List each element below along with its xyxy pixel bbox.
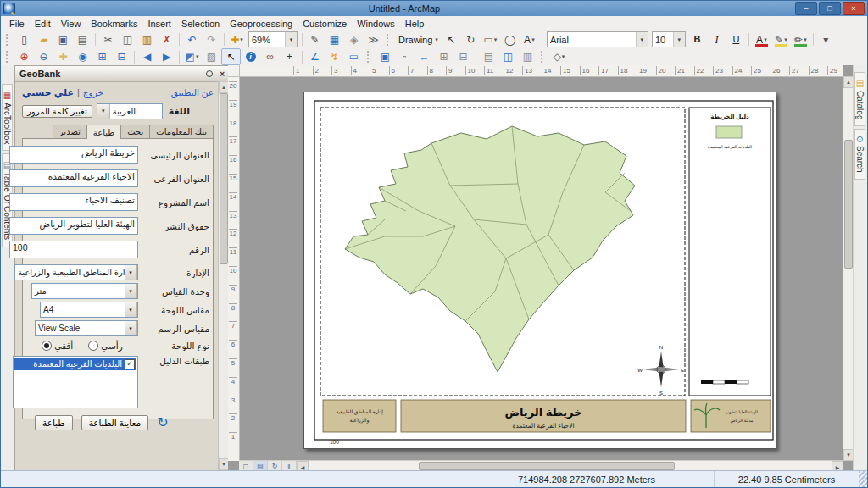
find-icon[interactable]: ∞: [260, 48, 280, 65]
layout-fixed-zoom-in-icon[interactable]: ⊞: [434, 48, 453, 65]
full-extent-icon[interactable]: ◉: [73, 48, 92, 65]
chevron-down-icon[interactable]: ▾: [673, 32, 685, 47]
board-size-combo[interactable]: ▾A4: [40, 302, 138, 318]
menu-item-help[interactable]: Help: [400, 18, 430, 30]
goto-xy-icon[interactable]: +: [280, 48, 299, 65]
underline-button[interactable]: U: [726, 31, 746, 48]
chevron-down-icon[interactable]: ▾: [562, 53, 565, 60]
chevron-down-icon[interactable]: ▾: [125, 321, 137, 336]
tab-print[interactable]: طباعة: [86, 125, 121, 139]
print-preview-button[interactable]: معاينة الطباعة: [81, 415, 149, 430]
print-button[interactable]: طباعة: [35, 415, 73, 430]
chevron-down-icon[interactable]: ▾: [97, 104, 110, 119]
redo-icon[interactable]: ↷: [202, 31, 221, 48]
about-link[interactable]: عن التطبيق: [171, 87, 214, 97]
chevron-down-icon[interactable]: ▾: [494, 36, 498, 43]
undo-icon[interactable]: ↶: [182, 31, 202, 48]
chevron-down-icon[interactable]: ▾: [125, 284, 137, 298]
font-family-combo[interactable]: Arial▾: [547, 31, 648, 47]
arcmap-app-icon[interactable]: [3, 3, 15, 14]
chevron-down-icon[interactable]: ▾: [240, 36, 243, 43]
refresh-icon[interactable]: ↻: [157, 416, 168, 430]
delete-icon[interactable]: ✗: [157, 31, 176, 48]
snapping-menu-icon[interactable]: ◇▾: [549, 48, 569, 65]
save-icon[interactable]: ▣: [53, 31, 73, 48]
chevron-down-icon[interactable]: ▾: [784, 36, 787, 43]
toolbar-grip[interactable]: [387, 34, 392, 46]
edit-pencil-icon[interactable]: ✎: [305, 31, 325, 48]
attribute-table-icon[interactable]: ▦: [325, 31, 344, 48]
zoom-out-icon[interactable]: ⊖: [34, 48, 53, 65]
italic-button[interactable]: I: [707, 31, 726, 48]
cut-icon[interactable]: ✂: [98, 31, 118, 48]
zoom-page-width-icon[interactable]: ↔: [415, 48, 434, 65]
paste-icon[interactable]: ▥: [137, 31, 157, 48]
fixed-zoom-in-icon[interactable]: ⊞: [92, 48, 112, 65]
chevron-down-icon[interactable]: ▾: [764, 36, 767, 43]
font-color-button[interactable]: A▾: [752, 31, 771, 48]
checkbox-icon[interactable]: ✓: [125, 359, 135, 369]
project-name-field[interactable]: تصنيف الاحياء: [9, 193, 138, 211]
edge-tab-catalog[interactable]: ▤Catalog: [854, 72, 865, 126]
rectangle-tool-icon[interactable]: ▭▾: [481, 31, 500, 48]
bold-button[interactable]: B: [687, 31, 707, 48]
toggle-draft-mode-icon[interactable]: ▤: [479, 48, 498, 65]
legend-box[interactable]: دليل الخريطة البلديات الفرعية المعتمدة: [689, 108, 771, 396]
minimize-button[interactable]: –: [795, 2, 817, 15]
toolbar-grip[interactable]: [541, 51, 546, 63]
html-popup-icon[interactable]: ▭: [344, 48, 364, 65]
chevron-down-icon[interactable]: ▾: [125, 265, 137, 280]
menu-item-selection[interactable]: Selection: [176, 18, 225, 30]
forward-extent-icon[interactable]: ▶: [157, 48, 176, 65]
line-color-button[interactable]: ✏▾: [791, 31, 810, 48]
subtitle-field[interactable]: الاحياء الفرعية المعتمدة: [9, 169, 138, 187]
close-button[interactable]: ×: [843, 2, 865, 15]
menu-item-edit[interactable]: Edit: [30, 18, 56, 30]
chevron-down-icon[interactable]: ▾: [125, 302, 137, 317]
pan-icon[interactable]: ✚: [53, 48, 73, 65]
legend-layers-list[interactable]: ✓البلديات الفرعية المعتمدة: [13, 356, 138, 408]
python-window-icon[interactable]: ≫: [364, 31, 383, 48]
clear-selection-icon[interactable]: ▧: [202, 48, 221, 65]
menu-item-customize[interactable]: Customize: [298, 18, 352, 30]
rotate-tool-icon[interactable]: ↻: [461, 31, 481, 48]
footer-left-box[interactable]: إدارة المناطق الطبيعية والزراعية: [323, 400, 396, 432]
toolbar-grip[interactable]: [6, 51, 11, 63]
menu-item-view[interactable]: View: [56, 18, 86, 30]
tab-info-bank[interactable]: بنك المعلومات: [149, 125, 214, 138]
identify-icon[interactable]: i: [241, 48, 260, 65]
add-data-icon[interactable]: ✚▾: [227, 31, 247, 48]
tab-export[interactable]: تصدير: [53, 125, 87, 138]
geobank-header[interactable]: GeoBank ×: [15, 66, 229, 82]
legend-layer-item[interactable]: ✓البلديات الفرعية المعتمدة: [14, 358, 136, 370]
resize-grip[interactable]: [859, 471, 867, 487]
copyright-field[interactable]: الهيئة العليا لتطوير الرياض: [9, 217, 138, 235]
select-features-icon[interactable]: ◩▾: [182, 48, 202, 65]
open-folder-icon[interactable]: ▰: [34, 31, 53, 48]
layout-canvas[interactable]: N E S W دليل الخريطة البلديات الفرعية ال…: [239, 76, 843, 461]
select-elements-icon[interactable]: ↖: [221, 48, 241, 65]
radio-icon[interactable]: [88, 341, 98, 351]
close-icon[interactable]: ×: [220, 69, 225, 79]
more-options-icon[interactable]: ▾: [816, 31, 836, 48]
print-icon[interactable]: ▤: [73, 31, 92, 48]
hyperlink-icon[interactable]: ↯: [325, 48, 344, 65]
administration-combo[interactable]: ▾إدارة المناطق الطبيعية والزراعية: [14, 264, 138, 280]
radio-vertical[interactable]: رأسي: [88, 341, 123, 351]
drawing-scale-combo[interactable]: ▾View Scale: [35, 320, 138, 336]
chevron-down-icon[interactable]: ▾: [196, 53, 199, 60]
zoom-level-combo[interactable]: 69%▾: [248, 31, 298, 47]
menu-item-bookmarks[interactable]: Bookmarks: [86, 18, 142, 30]
copy-icon[interactable]: ◫: [118, 31, 137, 48]
footer-right-box[interactable]: الهيئة العليا لتطوير مدينة الرياض: [691, 400, 771, 432]
measure-unit-combo[interactable]: ▾متر: [31, 283, 138, 299]
number-field[interactable]: 100: [9, 241, 138, 258]
zoom-in-icon[interactable]: ⊕: [14, 48, 34, 65]
radio-horizontal[interactable]: أفقي: [42, 341, 73, 351]
ellipse-tool-icon[interactable]: ◯: [500, 31, 520, 48]
new-document-icon[interactable]: ▯: [14, 31, 34, 48]
text-tool-icon[interactable]: A▾: [520, 31, 539, 48]
font-size-combo[interactable]: 10▾: [652, 31, 686, 47]
menu-item-geoprocessing[interactable]: Geoprocessing: [225, 18, 298, 30]
layout-fixed-zoom-out-icon[interactable]: ⊟: [453, 48, 473, 65]
